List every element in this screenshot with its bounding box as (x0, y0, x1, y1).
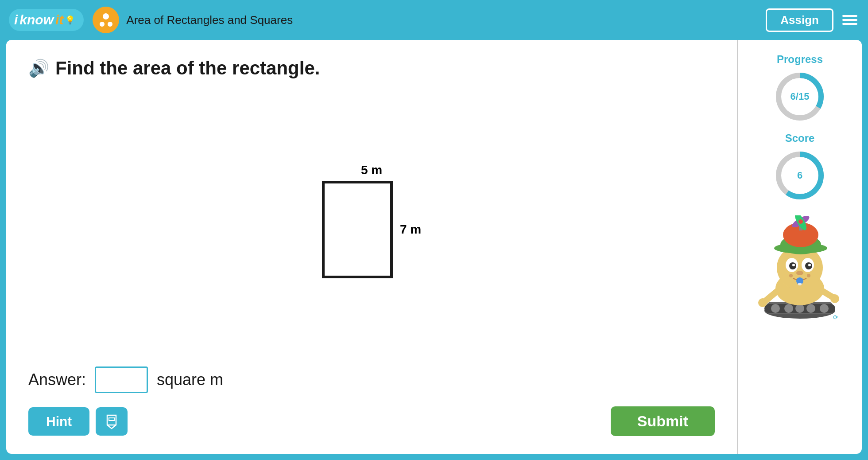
bottom-left-buttons: Hint (28, 407, 128, 436)
assign-button[interactable]: Assign (766, 8, 833, 32)
progress-value: 6/15 (790, 91, 810, 102)
diagram-area: 5 m 7 m (28, 92, 715, 349)
svg-point-38 (807, 274, 810, 277)
svg-point-32 (798, 219, 803, 224)
score-value: 6 (797, 170, 802, 181)
badge-dot-left (100, 22, 105, 27)
svg-point-10 (771, 304, 780, 313)
lightbulb-icon: 💡 (65, 15, 75, 25)
logo-text-it: it (55, 12, 63, 27)
svg-point-21 (792, 264, 795, 266)
badge-dot-right (108, 22, 112, 27)
pencil-button[interactable] (96, 407, 128, 436)
lesson-title: Area of Rectangles and Squares (126, 13, 293, 27)
menu-line-1 (842, 15, 857, 17)
rectangle-wrapper: 5 m 7 m (322, 163, 421, 278)
progress-section: Progress 6/15 (773, 53, 826, 123)
score-section: Score 6 (773, 132, 826, 202)
rect-with-side: 7 m (322, 181, 421, 278)
menu-line-3 (842, 23, 857, 25)
iknowit-logo: i know it 💡 (14, 12, 75, 27)
svg-point-11 (784, 304, 793, 313)
answer-input[interactable] (95, 366, 148, 393)
answer-area: Answer: square m (28, 366, 715, 393)
rectangle-shape (322, 181, 393, 278)
menu-line-2 (842, 19, 857, 21)
score-title: Score (785, 132, 815, 144)
width-label: 5 m (322, 163, 421, 177)
svg-marker-0 (107, 415, 116, 429)
svg-point-34 (758, 298, 767, 307)
svg-point-36 (830, 294, 839, 303)
content-panel: 🔊 Find the area of the rectangle. 5 m 7 … (6, 40, 738, 454)
progress-title: Progress (777, 53, 823, 66)
svg-point-23 (796, 271, 803, 275)
header-actions: Assign (766, 8, 859, 32)
svg-rect-1 (109, 418, 114, 421)
logo-area: i know it 💡 (9, 9, 84, 31)
svg-point-37 (789, 274, 793, 277)
submit-button[interactable]: Submit (611, 406, 715, 436)
progress-donut: 6/15 (773, 70, 826, 123)
svg-point-22 (808, 264, 811, 266)
lesson-badge (93, 7, 119, 33)
mascot-svg: ⟳ (751, 215, 849, 322)
menu-button[interactable] (841, 13, 859, 27)
bottom-buttons: Hint Submit (28, 406, 715, 436)
badge-dot-center (103, 13, 109, 19)
speaker-icon[interactable]: 🔊 (28, 58, 49, 78)
sidebar: Progress 6/15 Score 6 (738, 40, 862, 454)
main-container: 🔊 Find the area of the rectangle. 5 m 7 … (6, 40, 862, 454)
logo-text-i: i (14, 12, 18, 27)
logo-text-know: know (19, 12, 54, 27)
svg-rect-25 (798, 283, 802, 285)
answer-prefix: Answer: (28, 370, 86, 389)
svg-line-33 (764, 291, 778, 302)
question-header: 🔊 Find the area of the rectangle. (28, 58, 715, 79)
hint-button[interactable]: Hint (28, 407, 89, 436)
svg-text:⟳: ⟳ (833, 314, 838, 321)
svg-point-13 (806, 304, 815, 313)
answer-suffix: square m (157, 370, 223, 389)
question-text: Find the area of the rectangle. (55, 58, 320, 79)
pencil-icon (105, 413, 119, 429)
mascot-area: ⟳ (751, 215, 849, 322)
score-donut: 6 (773, 149, 826, 202)
height-label: 7 m (400, 222, 421, 237)
svg-point-14 (820, 304, 829, 313)
badge-dots (99, 13, 113, 27)
header: i know it 💡 Area of Rectangles and Squar… (0, 0, 868, 40)
